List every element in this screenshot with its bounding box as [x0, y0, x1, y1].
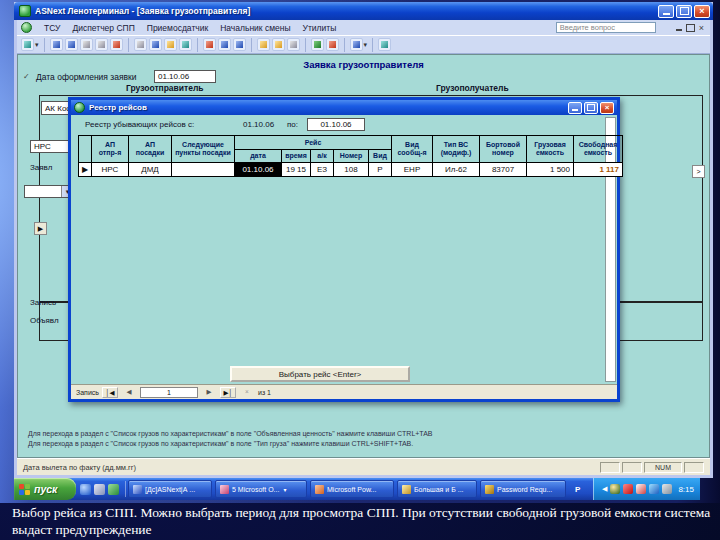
filter-icon[interactable]	[272, 38, 285, 51]
col-service-kind: Видсообщ-я ЕНР	[391, 135, 433, 177]
task-password-required[interactable]: Password Requ...	[480, 480, 566, 498]
record-number-input[interactable]: 1	[140, 387, 198, 398]
cell-cargo-capacity[interactable]: 1 500	[527, 163, 573, 176]
sort-asc-icon[interactable]	[218, 38, 231, 51]
task-office-group[interactable]: 5 Microsoft O... ▾	[215, 480, 307, 498]
date-input[interactable]: 01.10.06	[154, 70, 216, 83]
copy-record-dropdown-icon[interactable]: ▾	[364, 41, 368, 49]
cell-flight-date[interactable]: 01.10.06	[235, 163, 281, 176]
edit-mode-dropdown-icon[interactable]: ▾	[35, 41, 39, 49]
header-ap-departure[interactable]: АПотпр-я	[92, 136, 128, 163]
network-globe-icon[interactable]	[610, 484, 620, 494]
combo-fragment[interactable]: ▾	[24, 185, 74, 198]
cut-icon[interactable]	[134, 38, 147, 51]
help-question-input[interactable]: Введите вопрос	[556, 22, 656, 33]
add-user-icon[interactable]	[203, 38, 216, 51]
header-airline[interactable]: а/к	[311, 150, 333, 163]
header-service-kind[interactable]: Видсообщ-я	[392, 136, 432, 163]
dialog-titlebar[interactable]: Реестр рейсов ×	[71, 100, 617, 115]
row-selector-button[interactable]: ▶	[34, 222, 47, 235]
new-record-icon[interactable]	[311, 38, 324, 51]
cell-flight-number[interactable]: 108	[334, 163, 368, 176]
undo-icon[interactable]	[179, 38, 192, 51]
flight-registry-dialog: Реестр рейсов × Реестр убывающих рейсов …	[68, 97, 620, 402]
print-icon[interactable]	[80, 38, 93, 51]
language-indicator[interactable]: Р	[572, 484, 583, 495]
lookup-button[interactable]: >	[692, 165, 705, 178]
app-titlebar[interactable]: ASNext Ленотерминал - [Заявка грузоотпра…	[14, 2, 713, 20]
paste-icon[interactable]	[164, 38, 177, 51]
cell-board-number[interactable]: 83707	[480, 163, 526, 176]
menu-item-tsu[interactable]: ТСУ	[44, 23, 60, 33]
copy-icon[interactable]	[149, 38, 162, 51]
start-button[interactable]: пуск	[14, 478, 76, 500]
header-flight-kind[interactable]: Вид	[369, 150, 391, 163]
header-flight-time[interactable]: время	[282, 150, 310, 163]
show-desktop-icon[interactable]	[94, 484, 105, 495]
cell-next-points[interactable]	[172, 163, 234, 176]
print-preview-icon[interactable]	[95, 38, 108, 51]
dialog-minimize-icon[interactable]	[568, 102, 582, 114]
new-record-nav-icon[interactable]: ×	[239, 387, 255, 398]
header-cargo-capacity[interactable]: Грузоваяемкость	[527, 136, 573, 163]
antivirus-icon[interactable]	[623, 484, 633, 494]
row-selector-cell[interactable]: ▶	[79, 163, 91, 176]
copy-record-icon[interactable]	[350, 38, 363, 51]
next-record-icon[interactable]: ▶	[201, 387, 217, 398]
last-record-icon[interactable]: ▶│	[220, 387, 236, 398]
dialog-close-icon[interactable]: ×	[600, 102, 614, 114]
mdi-restore-icon[interactable]	[686, 24, 695, 32]
header-flight-date[interactable]: дата	[235, 150, 281, 163]
period-to-input[interactable]: 01.10.06	[307, 118, 365, 131]
filter-by-selection-icon[interactable]	[257, 38, 270, 51]
connection-icon[interactable]	[649, 484, 659, 494]
header-ap-landing[interactable]: АПпосадки	[129, 136, 171, 163]
cell-ap-landing[interactable]: ДМД	[129, 163, 171, 176]
select-flight-button[interactable]: Выбрать рейс <Enter>	[230, 366, 410, 382]
header-free-capacity[interactable]: Свободнаяемкость	[574, 136, 622, 163]
save-icon[interactable]	[50, 38, 63, 51]
cell-flight-time[interactable]: 19 15	[282, 163, 310, 176]
spelling-icon[interactable]	[110, 38, 123, 51]
cell-ap-departure[interactable]: НРС	[92, 163, 128, 176]
record-label-fragment: Запись	[30, 298, 56, 307]
header-board-number[interactable]: Бортовойномер	[480, 136, 526, 163]
dialog-maximize-icon[interactable]	[584, 102, 598, 114]
close-icon[interactable]: ×	[694, 5, 710, 18]
tray-collapse-icon[interactable]: ◀	[602, 485, 607, 493]
task-document[interactable]: Большая и Б ...	[397, 480, 477, 498]
first-record-icon[interactable]: │◀	[102, 387, 118, 398]
group-expand-icon[interactable]: ▾	[283, 486, 286, 493]
media-player-icon[interactable]	[108, 484, 119, 495]
find-icon[interactable]	[287, 38, 300, 51]
mdi-close-icon[interactable]: ×	[699, 23, 704, 33]
messenger-icon[interactable]	[636, 484, 646, 494]
browser-icon[interactable]	[80, 484, 91, 495]
header-flight-number[interactable]: Номер	[334, 150, 368, 163]
edit-mode-icon[interactable]	[21, 38, 34, 51]
help-icon[interactable]	[378, 38, 391, 51]
cell-aircraft-type[interactable]: Ил-62	[433, 163, 479, 176]
period-from-value[interactable]: 01.10.06	[243, 120, 274, 129]
save-all-icon[interactable]	[65, 38, 78, 51]
cell-airline[interactable]: ЕЗ	[311, 163, 333, 176]
departure-airport-input[interactable]: НРС	[30, 140, 70, 153]
previous-record-icon[interactable]: ◀	[121, 387, 137, 398]
minimize-icon[interactable]	[658, 5, 674, 18]
header-next-points[interactable]: Следующиепункты посадки	[172, 136, 234, 163]
task-powerpoint[interactable]: Microsoft Pow...	[310, 480, 394, 498]
cell-flight-kind[interactable]: Р	[369, 163, 391, 176]
header-aircraft-type[interactable]: Тип ВС(модиф.)	[433, 136, 479, 163]
menu-item-receiver[interactable]: Приемосдатчик	[147, 23, 208, 33]
cell-service-kind[interactable]: ЕНР	[392, 163, 432, 176]
cell-free-capacity[interactable]: 1 117	[574, 163, 622, 176]
menu-item-shift-chief[interactable]: Начальник смены	[220, 23, 290, 33]
restore-icon[interactable]	[676, 5, 692, 18]
delete-record-icon[interactable]	[326, 38, 339, 51]
task-asnext[interactable]: [Дс]ASNext|А ...	[128, 480, 212, 498]
menu-item-dispatcher[interactable]: Диспетчер СПП	[72, 23, 134, 33]
volume-icon[interactable]	[662, 484, 672, 494]
sort-desc-icon[interactable]	[233, 38, 246, 51]
menu-item-utilities[interactable]: Утилиты	[303, 23, 337, 33]
mdi-minimize-icon[interactable]	[676, 29, 682, 31]
